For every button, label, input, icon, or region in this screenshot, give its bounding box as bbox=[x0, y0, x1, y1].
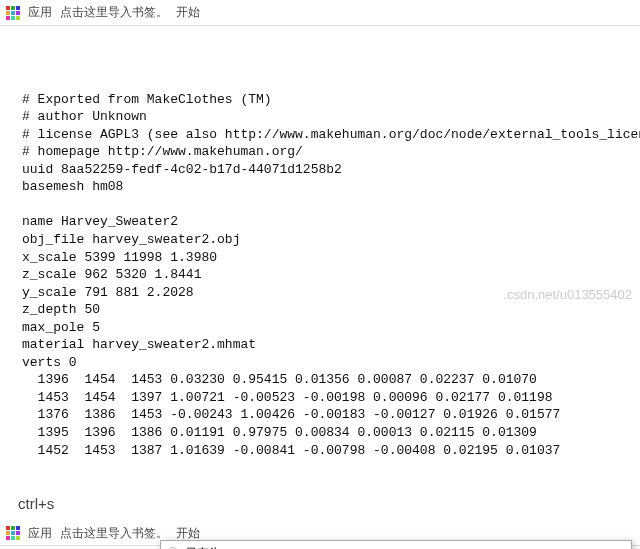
file-content: .csdn.net/u013555402 # Exported from Mak… bbox=[0, 26, 640, 485]
save-as-dialog: 另存为 × ← → ↑ « data › clothes › clothes_t… bbox=[160, 540, 632, 549]
import-hint[interactable]: 点击这里导入书签。 bbox=[60, 525, 168, 542]
dialog-title: 另存为 bbox=[185, 545, 221, 549]
dialog-titlebar: 另存为 × bbox=[161, 541, 631, 549]
import-hint[interactable]: 点击这里导入书签。 bbox=[60, 4, 168, 21]
start-link[interactable]: 开始 bbox=[176, 4, 200, 21]
close-icon[interactable]: × bbox=[609, 545, 625, 549]
shortcut-label: ctrl+s bbox=[0, 485, 640, 522]
bookmark-bar: 应用 点击这里导入书签。 开始 bbox=[0, 0, 640, 26]
apps-icon[interactable] bbox=[6, 6, 20, 20]
apps-link[interactable]: 应用 bbox=[28, 525, 52, 542]
apps-icon[interactable] bbox=[6, 526, 20, 540]
second-screenshot: 应用 点击这里导入书签。 开始 Exported from MakeClothe… bbox=[0, 522, 640, 549]
apps-link[interactable]: 应用 bbox=[28, 4, 52, 21]
